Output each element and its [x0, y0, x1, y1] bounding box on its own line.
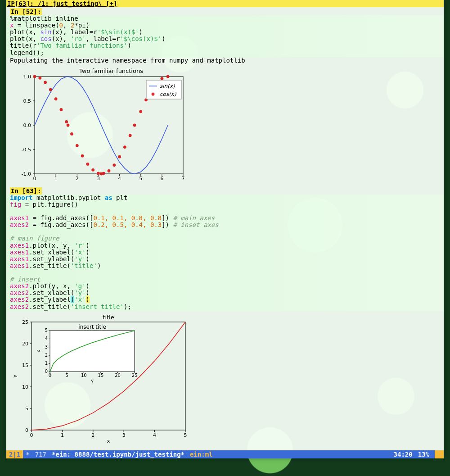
svg-point-35 — [67, 123, 70, 127]
svg-text:2: 2 — [45, 353, 48, 358]
svg-point-44 — [108, 169, 111, 172]
svg-point-30 — [44, 81, 47, 84]
line-count: 717 — [32, 451, 49, 458]
svg-point-37 — [76, 144, 79, 147]
output-text-52: Populating the interactive namespace fro… — [6, 57, 444, 64]
svg-text:2: 2 — [76, 176, 79, 181]
svg-text:title: title — [103, 314, 114, 321]
svg-point-36 — [70, 132, 73, 136]
svg-text:10: 10 — [22, 384, 28, 390]
svg-text:x: x — [36, 349, 41, 352]
svg-text:0.0: 0.0 — [23, 122, 32, 128]
svg-text:Two familiar functions: Two familiar functions — [79, 68, 143, 74]
svg-text:0: 0 — [33, 176, 36, 181]
svg-text:0: 0 — [49, 373, 51, 378]
svg-text:0: 0 — [30, 432, 33, 438]
svg-point-39 — [86, 163, 89, 166]
chart-two-familiar-functions: Two familiar functions 01234567-1.0-0.50… — [6, 64, 444, 186]
svg-point-29 — [38, 77, 41, 80]
emacs-window: IP[63]: /1: just_testing\ [+] In [52]: %… — [6, 0, 444, 457]
svg-point-46 — [118, 155, 121, 159]
svg-point-33 — [60, 108, 63, 111]
svg-point-45 — [112, 163, 116, 167]
cell-52: In [52]: %matplotlib inline x = linspace… — [6, 7, 444, 186]
svg-point-43 — [102, 172, 105, 175]
svg-text:3: 3 — [122, 432, 126, 438]
svg-text:2: 2 — [91, 432, 94, 438]
tab-active[interactable]: IP[63]: /1: just_testing\ [+] — [7, 0, 117, 7]
major-mode[interactable]: ein:ml — [187, 451, 216, 458]
svg-text:0.5: 0.5 — [23, 98, 32, 104]
scroll-percent: 13% — [415, 451, 432, 458]
svg-point-41 — [97, 172, 100, 175]
svg-text:5: 5 — [25, 406, 28, 412]
svg-text:5: 5 — [45, 328, 48, 333]
input-prompt-52: In [52]: — [10, 8, 42, 15]
svg-rect-89 — [50, 331, 135, 372]
svg-text:5: 5 — [184, 432, 187, 438]
svg-point-32 — [54, 97, 58, 100]
svg-text:5: 5 — [65, 373, 68, 378]
svg-text:10: 10 — [81, 373, 87, 378]
input-prompt-63: In [63]: — [10, 187, 42, 195]
svg-text:-0.5: -0.5 — [22, 147, 31, 153]
svg-text:5: 5 — [139, 176, 142, 181]
svg-text:15: 15 — [98, 373, 104, 378]
svg-text:25: 25 — [22, 319, 28, 325]
svg-text:3: 3 — [45, 344, 48, 349]
svg-point-47 — [123, 145, 126, 149]
svg-point-40 — [91, 168, 94, 172]
svg-text:insert title: insert title — [78, 324, 106, 330]
svg-text:y: y — [12, 374, 18, 377]
svg-point-49 — [133, 123, 136, 127]
svg-text:0: 0 — [25, 427, 28, 433]
svg-point-34 — [65, 120, 68, 123]
cursor-position: 34:20 — [391, 451, 415, 458]
svg-text:20: 20 — [115, 373, 121, 378]
svg-point-28 — [33, 75, 36, 78]
svg-text:4: 4 — [153, 432, 156, 438]
svg-point-48 — [129, 134, 132, 137]
svg-text:4: 4 — [45, 336, 48, 341]
code-input-52[interactable]: %matplotlib inline x = linspace(0, 2*pi)… — [6, 15, 444, 57]
svg-point-50 — [139, 110, 142, 113]
svg-text:4: 4 — [118, 176, 121, 181]
svg-text:x: x — [107, 438, 110, 444]
svg-text:1: 1 — [45, 361, 48, 366]
mode-line: 2|1 * 717 *ein: 8888/test.ipynb/just_tes… — [6, 450, 444, 458]
svg-point-55 — [166, 75, 170, 78]
svg-text:1.0: 1.0 — [23, 74, 32, 80]
tab-bar[interactable]: IP[63]: /1: just_testing\ [+] — [6, 0, 444, 7]
svg-point-54 — [160, 77, 163, 80]
svg-text:0: 0 — [45, 369, 48, 374]
svg-text:25: 25 — [132, 373, 138, 378]
svg-text:7: 7 — [182, 176, 185, 181]
modified-star: * — [23, 451, 32, 458]
modeline-end-block — [435, 450, 444, 458]
chart-title-inset: title0123450510152025xy insert title0510… — [6, 311, 444, 447]
svg-point-31 — [49, 88, 52, 91]
svg-text:1: 1 — [54, 176, 58, 181]
svg-text:sin(x): sin(x) — [160, 83, 175, 89]
svg-point-38 — [81, 154, 84, 157]
svg-text:20: 20 — [22, 341, 28, 347]
svg-text:-1.0: -1.0 — [22, 171, 31, 177]
svg-text:y: y — [91, 378, 94, 383]
svg-text:cos(x): cos(x) — [160, 91, 176, 97]
svg-point-59 — [152, 92, 155, 95]
svg-text:15: 15 — [22, 363, 28, 368]
svg-text:3: 3 — [97, 176, 100, 181]
svg-text:1: 1 — [61, 432, 64, 438]
buffer-name[interactable]: *ein: 8888/test.ipynb/just_testing* — [49, 451, 187, 458]
code-input-63[interactable]: import matplotlib.pyplot as plt fig = pl… — [6, 195, 444, 311]
cell-63: In [63]: import matplotlib.pyplot as plt… — [6, 186, 444, 447]
workspace-indicator[interactable]: 2|1 — [6, 450, 23, 458]
svg-text:6: 6 — [160, 176, 163, 181]
